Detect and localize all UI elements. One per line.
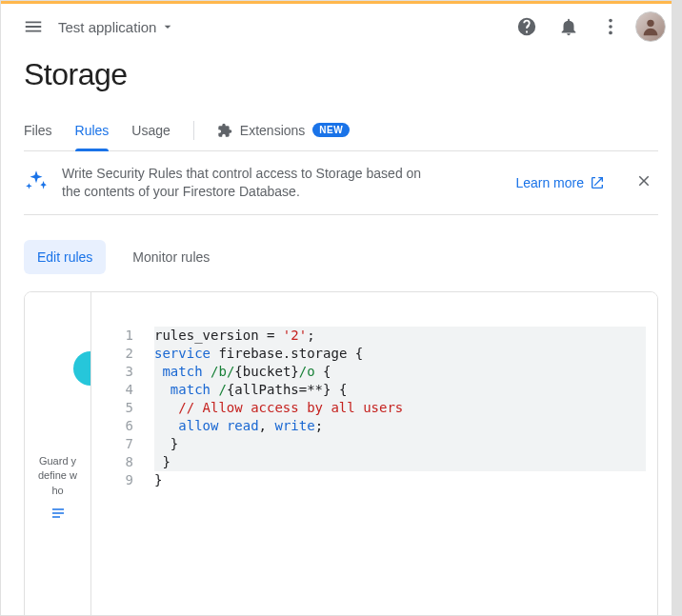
- side-text-2: define w: [25, 468, 90, 483]
- line-no: 3: [91, 363, 133, 381]
- extensions-icon: [217, 123, 232, 138]
- svg-point-3: [647, 20, 653, 27]
- tab-files[interactable]: Files: [24, 109, 52, 150]
- close-icon: [635, 172, 652, 189]
- page-title: Storage: [24, 57, 658, 92]
- project-selector[interactable]: Test application: [58, 19, 175, 35]
- subtab-monitor-rules[interactable]: Monitor rules: [119, 240, 223, 274]
- editor-body: 1 2 3 4 5 6 7 8 9 rules_version = '2'; s…: [91, 292, 657, 616]
- open-in-new-icon: [590, 175, 605, 190]
- close-banner-button[interactable]: [630, 167, 658, 199]
- menu-icon[interactable]: [16, 10, 50, 44]
- subtabs: Edit rules Monitor rules: [24, 240, 658, 274]
- line-no: 9: [91, 471, 133, 489]
- side-illustration: [73, 351, 91, 386]
- tab-usage[interactable]: Usage: [131, 109, 170, 150]
- side-panel: Guard y define w ho: [25, 292, 91, 616]
- line-no: 2: [91, 345, 133, 363]
- sparkle-icon: [24, 169, 49, 197]
- tab-extensions[interactable]: Extensions NEW: [217, 123, 350, 138]
- learn-more-link[interactable]: Learn more: [515, 175, 605, 190]
- overflow-menu-icon[interactable]: [593, 10, 628, 44]
- info-banner: Write Security Rules that control access…: [24, 151, 658, 215]
- learn-more-label: Learn more: [515, 175, 584, 190]
- notifications-icon[interactable]: [552, 10, 586, 44]
- svg-point-0: [609, 19, 612, 23]
- code-area[interactable]: rules_version = '2'; service firebase.st…: [149, 292, 657, 616]
- tab-extensions-label: Extensions: [240, 123, 305, 138]
- tabs-row: Files Rules Usage Extensions NEW: [24, 109, 658, 151]
- scrollbar[interactable]: [672, 1, 681, 615]
- project-name: Test application: [58, 19, 156, 35]
- line-no: 8: [91, 453, 133, 471]
- caret-down-icon: [160, 19, 175, 34]
- line-no: 5: [91, 399, 133, 417]
- line-no: 7: [91, 435, 133, 453]
- svg-point-2: [609, 31, 612, 35]
- line-no: 6: [91, 417, 133, 435]
- avatar[interactable]: [635, 11, 666, 42]
- line-no: 4: [91, 381, 133, 399]
- help-icon[interactable]: [510, 10, 544, 44]
- banner-text: Write Security Rules that control access…: [62, 165, 443, 201]
- tab-divider: [193, 121, 194, 140]
- new-pill: NEW: [312, 123, 350, 137]
- line-no: 1: [91, 327, 133, 345]
- subtab-edit-rules[interactable]: Edit rules: [24, 240, 106, 274]
- editor-card: Guard y define w ho 1 2 3 4 5 6 7 8 9 ru…: [24, 291, 658, 616]
- tab-rules[interactable]: Rules: [75, 109, 110, 150]
- line-gutter: 1 2 3 4 5 6 7 8 9: [91, 292, 149, 616]
- side-text-1: Guard y: [25, 454, 90, 468]
- side-text-3: ho: [25, 484, 90, 498]
- svg-point-1: [609, 25, 612, 29]
- doc-icon[interactable]: [25, 506, 90, 527]
- top-bar: Test application: [1, 4, 681, 50]
